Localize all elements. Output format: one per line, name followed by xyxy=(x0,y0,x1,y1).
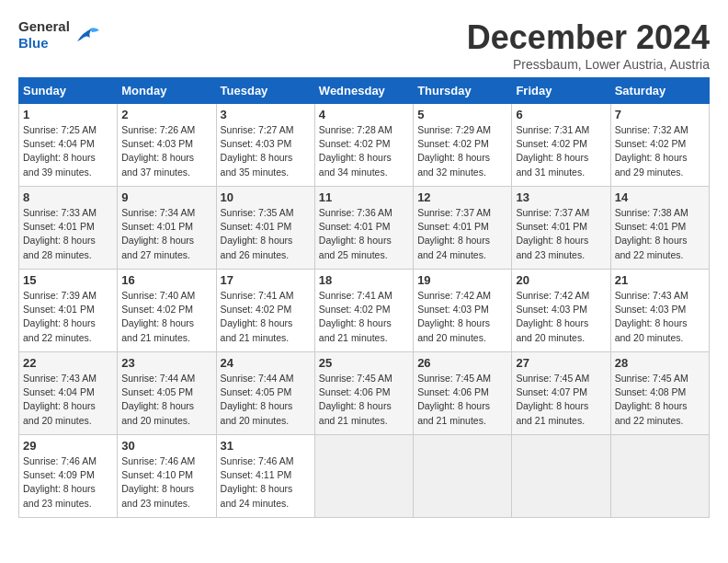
logo-text: General Blue xyxy=(18,18,70,52)
day-info: Sunrise: 7:40 AMSunset: 4:02 PMDaylight:… xyxy=(121,289,211,345)
day-info: Sunrise: 7:46 AMSunset: 4:11 PMDaylight:… xyxy=(221,454,311,511)
calendar-cell: 11Sunrise: 7:36 AMSunset: 4:01 PMDayligh… xyxy=(314,187,413,270)
day-info: Sunrise: 7:31 AMSunset: 4:02 PMDaylight:… xyxy=(516,123,606,179)
calendar-cell: 15Sunrise: 7:39 AMSunset: 4:01 PMDayligh… xyxy=(19,270,118,352)
location-subtitle: Pressbaum, Lower Austria, Austria xyxy=(467,57,710,72)
day-number: 16 xyxy=(121,273,211,287)
calendar-cell xyxy=(314,435,413,518)
day-info: Sunrise: 7:45 AMSunset: 4:07 PMDaylight:… xyxy=(516,372,606,428)
calendar-header-tuesday: Tuesday xyxy=(216,78,314,104)
calendar-cell xyxy=(414,435,512,518)
day-number: 6 xyxy=(516,108,606,121)
calendar-cell: 18Sunrise: 7:41 AMSunset: 4:02 PMDayligh… xyxy=(314,270,413,352)
day-number: 5 xyxy=(417,108,507,121)
day-number: 29 xyxy=(23,439,113,453)
day-number: 23 xyxy=(121,356,211,370)
calendar-cell: 13Sunrise: 7:37 AMSunset: 4:01 PMDayligh… xyxy=(512,187,610,270)
day-info: Sunrise: 7:46 AMSunset: 4:09 PMDaylight:… xyxy=(23,454,113,511)
calendar-cell: 1Sunrise: 7:25 AMSunset: 4:04 PMDaylight… xyxy=(19,104,118,187)
day-info: Sunrise: 7:36 AMSunset: 4:01 PMDaylight:… xyxy=(319,206,409,262)
day-info: Sunrise: 7:35 AMSunset: 4:01 PMDaylight:… xyxy=(221,206,311,262)
calendar-cell: 20Sunrise: 7:42 AMSunset: 4:03 PMDayligh… xyxy=(512,270,610,352)
calendar-cell: 25Sunrise: 7:45 AMSunset: 4:06 PMDayligh… xyxy=(314,352,413,435)
calendar-header-thursday: Thursday xyxy=(414,78,512,104)
calendar-cell: 8Sunrise: 7:33 AMSunset: 4:01 PMDaylight… xyxy=(19,187,118,270)
calendar-cell: 24Sunrise: 7:44 AMSunset: 4:05 PMDayligh… xyxy=(216,352,314,435)
logo: General Blue xyxy=(18,18,99,52)
calendar-cell xyxy=(610,435,709,518)
calendar-header-wednesday: Wednesday xyxy=(314,78,413,104)
day-info: Sunrise: 7:28 AMSunset: 4:02 PMDaylight:… xyxy=(319,123,409,179)
calendar-week-row: 15Sunrise: 7:39 AMSunset: 4:01 PMDayligh… xyxy=(19,270,710,352)
day-info: Sunrise: 7:41 AMSunset: 4:02 PMDaylight:… xyxy=(319,289,409,345)
calendar-cell: 5Sunrise: 7:29 AMSunset: 4:02 PMDaylight… xyxy=(414,104,512,187)
day-info: Sunrise: 7:43 AMSunset: 4:03 PMDaylight:… xyxy=(615,289,705,345)
page-header: General Blue December 2024 Pressbaum, Lo… xyxy=(18,18,710,72)
calendar-cell: 4Sunrise: 7:28 AMSunset: 4:02 PMDaylight… xyxy=(314,104,413,187)
day-number: 10 xyxy=(221,190,311,204)
day-number: 20 xyxy=(516,273,606,287)
day-number: 12 xyxy=(417,190,507,204)
day-number: 22 xyxy=(23,356,113,370)
day-number: 26 xyxy=(417,356,507,370)
calendar-week-row: 22Sunrise: 7:43 AMSunset: 4:04 PMDayligh… xyxy=(19,352,710,435)
day-number: 4 xyxy=(319,108,409,121)
day-info: Sunrise: 7:25 AMSunset: 4:04 PMDaylight:… xyxy=(23,123,113,179)
day-info: Sunrise: 7:44 AMSunset: 4:05 PMDaylight:… xyxy=(121,372,211,428)
day-info: Sunrise: 7:38 AMSunset: 4:01 PMDaylight:… xyxy=(615,206,705,262)
day-number: 27 xyxy=(516,356,606,370)
calendar-header-row: SundayMondayTuesdayWednesdayThursdayFrid… xyxy=(19,78,710,104)
calendar-cell: 30Sunrise: 7:46 AMSunset: 4:10 PMDayligh… xyxy=(118,435,216,518)
calendar-cell: 29Sunrise: 7:46 AMSunset: 4:09 PMDayligh… xyxy=(19,435,118,518)
calendar-cell: 12Sunrise: 7:37 AMSunset: 4:01 PMDayligh… xyxy=(414,187,512,270)
title-block: December 2024 Pressbaum, Lower Austria, … xyxy=(467,18,710,72)
day-info: Sunrise: 7:45 AMSunset: 4:06 PMDaylight:… xyxy=(319,372,409,428)
calendar-body: 1Sunrise: 7:25 AMSunset: 4:04 PMDaylight… xyxy=(19,104,710,518)
calendar-cell: 17Sunrise: 7:41 AMSunset: 4:02 PMDayligh… xyxy=(216,270,314,352)
calendar-week-row: 1Sunrise: 7:25 AMSunset: 4:04 PMDaylight… xyxy=(19,104,710,187)
calendar-table: SundayMondayTuesdayWednesdayThursdayFrid… xyxy=(18,77,710,518)
day-info: Sunrise: 7:45 AMSunset: 4:08 PMDaylight:… xyxy=(615,372,705,428)
calendar-week-row: 8Sunrise: 7:33 AMSunset: 4:01 PMDaylight… xyxy=(19,187,710,270)
day-number: 25 xyxy=(319,356,409,370)
calendar-cell: 28Sunrise: 7:45 AMSunset: 4:08 PMDayligh… xyxy=(610,352,709,435)
day-number: 31 xyxy=(221,439,311,453)
day-number: 21 xyxy=(615,273,705,287)
day-number: 1 xyxy=(23,108,113,121)
calendar-header-sunday: Sunday xyxy=(19,78,118,104)
day-number: 24 xyxy=(221,356,311,370)
day-info: Sunrise: 7:46 AMSunset: 4:10 PMDaylight:… xyxy=(121,454,211,511)
logo-blue: Blue xyxy=(18,35,49,51)
day-info: Sunrise: 7:41 AMSunset: 4:02 PMDaylight:… xyxy=(221,289,311,345)
day-number: 14 xyxy=(615,190,705,204)
calendar-cell: 27Sunrise: 7:45 AMSunset: 4:07 PMDayligh… xyxy=(512,352,610,435)
calendar-cell: 31Sunrise: 7:46 AMSunset: 4:11 PMDayligh… xyxy=(216,435,314,518)
day-info: Sunrise: 7:33 AMSunset: 4:01 PMDaylight:… xyxy=(23,206,113,262)
day-info: Sunrise: 7:42 AMSunset: 4:03 PMDaylight:… xyxy=(417,289,507,345)
day-info: Sunrise: 7:44 AMSunset: 4:05 PMDaylight:… xyxy=(221,372,311,428)
day-info: Sunrise: 7:34 AMSunset: 4:01 PMDaylight:… xyxy=(121,206,211,262)
day-info: Sunrise: 7:45 AMSunset: 4:06 PMDaylight:… xyxy=(417,372,507,428)
day-number: 30 xyxy=(121,439,211,453)
day-number: 7 xyxy=(615,108,705,121)
day-number: 13 xyxy=(516,190,606,204)
calendar-cell: 22Sunrise: 7:43 AMSunset: 4:04 PMDayligh… xyxy=(19,352,118,435)
day-info: Sunrise: 7:37 AMSunset: 4:01 PMDaylight:… xyxy=(516,206,606,262)
day-info: Sunrise: 7:42 AMSunset: 4:03 PMDaylight:… xyxy=(516,289,606,345)
day-info: Sunrise: 7:39 AMSunset: 4:01 PMDaylight:… xyxy=(23,289,113,345)
day-number: 2 xyxy=(121,108,211,121)
calendar-cell: 26Sunrise: 7:45 AMSunset: 4:06 PMDayligh… xyxy=(414,352,512,435)
day-info: Sunrise: 7:29 AMSunset: 4:02 PMDaylight:… xyxy=(417,123,507,179)
day-info: Sunrise: 7:27 AMSunset: 4:03 PMDaylight:… xyxy=(221,123,311,179)
day-number: 11 xyxy=(319,190,409,204)
calendar-header-saturday: Saturday xyxy=(610,78,709,104)
calendar-cell: 23Sunrise: 7:44 AMSunset: 4:05 PMDayligh… xyxy=(118,352,216,435)
calendar-cell: 2Sunrise: 7:26 AMSunset: 4:03 PMDaylight… xyxy=(118,104,216,187)
month-title: December 2024 xyxy=(467,18,710,57)
day-info: Sunrise: 7:26 AMSunset: 4:03 PMDaylight:… xyxy=(121,123,211,179)
calendar-cell: 19Sunrise: 7:42 AMSunset: 4:03 PMDayligh… xyxy=(414,270,512,352)
calendar-header-monday: Monday xyxy=(118,78,216,104)
calendar-cell: 21Sunrise: 7:43 AMSunset: 4:03 PMDayligh… xyxy=(610,270,709,352)
calendar-cell: 3Sunrise: 7:27 AMSunset: 4:03 PMDaylight… xyxy=(216,104,314,187)
day-number: 18 xyxy=(319,273,409,287)
